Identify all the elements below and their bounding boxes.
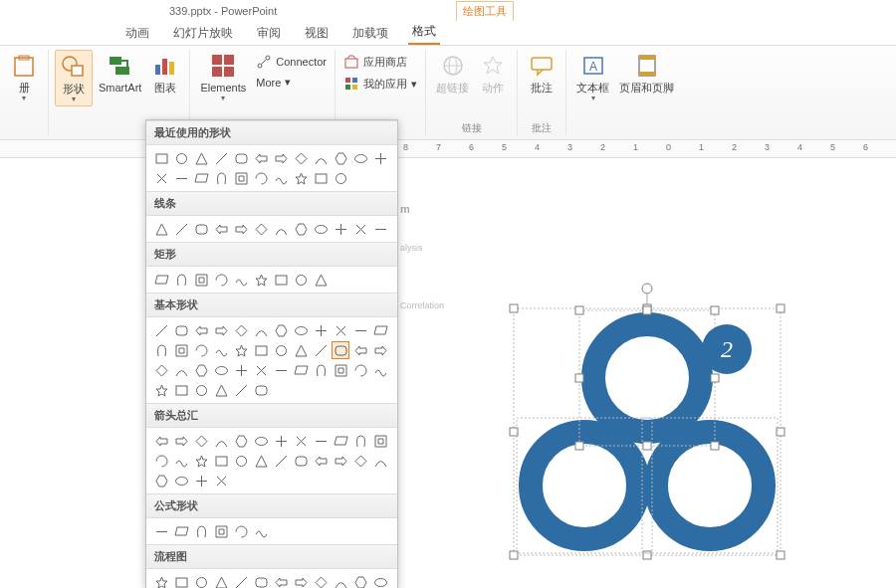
shape-item[interactable] — [192, 271, 210, 289]
context-tool-tab[interactable]: 绘图工具 — [456, 1, 514, 21]
shape-item[interactable] — [292, 271, 310, 289]
shape-item[interactable] — [152, 169, 170, 187]
shape-item[interactable] — [332, 169, 349, 187]
shape-item[interactable] — [292, 321, 310, 339]
shape-item[interactable] — [192, 573, 210, 588]
shape-item[interactable] — [172, 149, 190, 167]
shape-item[interactable] — [292, 220, 310, 238]
shape-item[interactable] — [152, 472, 170, 490]
shape-item[interactable] — [232, 573, 250, 588]
shape-item[interactable] — [172, 361, 190, 379]
shape-item[interactable] — [252, 220, 270, 238]
shape-item[interactable] — [332, 432, 349, 450]
shape-item[interactable] — [371, 220, 389, 238]
elements-button[interactable]: Elements ▾ — [196, 50, 250, 104]
shape-item[interactable] — [272, 149, 290, 167]
shape-item[interactable] — [272, 341, 290, 359]
shape-item[interactable] — [192, 472, 210, 490]
shapes-button[interactable]: 形状 ▾ — [55, 50, 93, 106]
shape-item[interactable] — [371, 452, 389, 470]
tab-view[interactable]: 视图 — [301, 22, 333, 45]
shape-item[interactable] — [232, 381, 250, 399]
shape-item[interactable] — [152, 321, 170, 339]
shape-item[interactable] — [192, 149, 210, 167]
shape-item[interactable] — [351, 432, 369, 450]
shape-item[interactable] — [212, 522, 230, 540]
shape-item[interactable] — [212, 381, 230, 399]
more-button[interactable]: More ▾ — [254, 74, 329, 91]
shape-item[interactable] — [232, 522, 250, 540]
shape-item[interactable] — [232, 321, 250, 339]
tab-format[interactable]: 格式 — [408, 20, 440, 45]
shape-item[interactable] — [272, 452, 290, 470]
smartart-button[interactable]: SmartArt — [95, 50, 145, 96]
shape-item[interactable] — [332, 452, 349, 470]
shape-item[interactable] — [212, 432, 230, 450]
hyperlink-button[interactable]: 超链接 — [432, 50, 473, 96]
shape-item[interactable] — [312, 452, 330, 470]
shape-item[interactable] — [172, 381, 190, 399]
shape-item[interactable] — [351, 149, 369, 167]
shape-item[interactable] — [172, 341, 190, 359]
shape-item[interactable] — [371, 573, 389, 588]
shape-item[interactable] — [152, 341, 170, 359]
shape-item[interactable] — [252, 271, 270, 289]
shape-item[interactable] — [172, 432, 190, 450]
shape-item[interactable] — [351, 341, 369, 359]
shape-item[interactable] — [212, 341, 230, 359]
shape-item[interactable] — [332, 573, 349, 588]
tab-addins[interactable]: 加载项 — [348, 22, 392, 45]
shape-item[interactable] — [312, 573, 330, 588]
shape-item[interactable] — [192, 361, 210, 379]
shape-item[interactable] — [292, 169, 310, 187]
shape-item[interactable] — [192, 452, 210, 470]
shape-item[interactable] — [212, 149, 230, 167]
shape-item[interactable] — [312, 361, 330, 379]
shape-item[interactable] — [292, 573, 310, 588]
shapes-scroll[interactable]: 最近使用的形状线条矩形基本形状箭头总汇公式形状流程图 — [146, 120, 397, 588]
shape-item[interactable] — [152, 432, 170, 450]
shape-item[interactable] — [312, 321, 330, 339]
comment-button[interactable]: 批注 — [524, 50, 560, 96]
appstore-button[interactable]: 应用商店 — [341, 52, 419, 72]
shape-item[interactable] — [272, 220, 290, 238]
shape-item[interactable] — [152, 522, 170, 540]
shape-item[interactable] — [332, 361, 349, 379]
shape-item[interactable] — [212, 573, 230, 588]
shape-item[interactable] — [232, 149, 250, 167]
shape-item[interactable] — [152, 573, 170, 588]
shape-item[interactable] — [152, 220, 170, 238]
shape-item[interactable] — [351, 220, 369, 238]
shape-item[interactable] — [192, 169, 210, 187]
shape-item[interactable] — [172, 169, 190, 187]
shape-item[interactable] — [332, 220, 349, 238]
shape-item[interactable] — [292, 452, 310, 470]
shape-item[interactable] — [272, 271, 290, 289]
shape-item[interactable] — [212, 220, 230, 238]
shape-item[interactable] — [192, 522, 210, 540]
shape-item[interactable] — [272, 321, 290, 339]
connector-button[interactable]: Connector — [254, 52, 329, 72]
shape-item[interactable] — [351, 452, 369, 470]
shape-item[interactable] — [312, 271, 330, 289]
shape-item[interactable] — [371, 149, 389, 167]
shape-item[interactable] — [252, 381, 270, 399]
paste-button[interactable]: 册 ▾ — [6, 50, 42, 104]
shape-item[interactable] — [252, 149, 270, 167]
shape-item[interactable] — [272, 573, 290, 588]
shape-item[interactable] — [192, 321, 210, 339]
shape-item[interactable] — [351, 361, 369, 379]
shape-item[interactable] — [371, 361, 389, 379]
action-button[interactable]: 动作 — [475, 50, 511, 96]
shape-item[interactable] — [152, 452, 170, 470]
ring-shape-left[interactable] — [531, 432, 638, 539]
shape-item[interactable] — [312, 169, 330, 187]
shape-item[interactable] — [332, 321, 349, 339]
shape-item[interactable] — [252, 169, 270, 187]
shape-item[interactable] — [312, 149, 330, 167]
ring-shape-right[interactable] — [656, 432, 764, 539]
shape-item[interactable] — [152, 271, 170, 289]
textbox-button[interactable]: A 文本框 ▾ — [572, 50, 613, 104]
shape-item[interactable] — [272, 169, 290, 187]
shape-item[interactable] — [232, 432, 250, 450]
